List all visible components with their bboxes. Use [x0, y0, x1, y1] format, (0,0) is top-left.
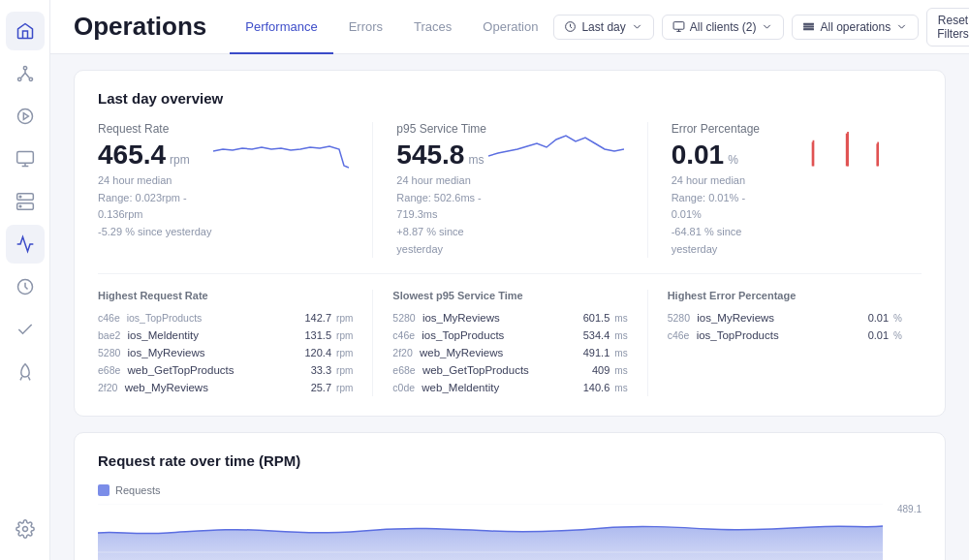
request-rate-median: 24 hour median — [98, 172, 213, 190]
sidebar-item-server[interactable] — [6, 182, 45, 221]
legend-label: Requests — [115, 484, 160, 496]
sidebar-item-nodes[interactable] — [6, 54, 45, 93]
table-row: 2f20 web_MyReviews 25.7 rpm — [98, 379, 353, 396]
table-row: 5280 ios_MyReviews 601.5 ms — [392, 309, 627, 327]
sidebar-item-play[interactable] — [6, 97, 45, 136]
error-pct-value: 0.01 — [672, 140, 725, 171]
list-icon — [802, 20, 815, 33]
y-label-top: 489.1 — [897, 504, 922, 514]
sidebar-item-check[interactable] — [6, 310, 45, 349]
table-row: bae2 ios_Meldentity 131.5 rpm — [98, 327, 353, 344]
header: Operations Performance Errors Traces Ope… — [50, 0, 969, 54]
sidebar-item-rocket[interactable] — [6, 353, 45, 391]
tabs-nav: Performance Errors Traces Operation — [230, 0, 553, 53]
legend-color-box — [98, 484, 109, 496]
svg-point-0 — [23, 67, 26, 70]
request-rate-section: Request Rate 465.4 rpm 24 hour median Ra… — [98, 122, 372, 258]
sidebar-item-home[interactable] — [6, 12, 45, 50]
request-rate-value: 465.4 — [98, 140, 166, 171]
clients-filter-button[interactable]: All clients (2) — [662, 15, 785, 40]
highest-error-pct-table: Highest Error Percentage 5280 ios_MyRevi… — [647, 290, 922, 396]
svg-rect-13 — [673, 22, 684, 30]
header-filters: Last day All clients (2) All operations … — [553, 0, 969, 53]
svg-marker-4 — [23, 113, 28, 120]
rpm-chart-svg — [98, 504, 883, 560]
table-row: 5280 ios_MyReviews 0.01 % — [668, 309, 902, 327]
error-pct-section: Error Percentage 0.01 % 24 hour median R… — [647, 122, 922, 258]
svg-rect-5 — [16, 152, 33, 164]
request-rate-unit: rpm — [170, 153, 190, 167]
error-pct-unit: % — [728, 153, 738, 167]
tab-operation[interactable]: Operation — [467, 0, 553, 54]
error-pct-since: -64.81 % since yesterday — [672, 224, 778, 258]
svg-point-8 — [19, 196, 21, 198]
clients-filter-label: All clients (2) — [690, 20, 757, 34]
service-time-range: Range: 502.6ms - 719.3ms — [396, 190, 487, 224]
tab-performance[interactable]: Performance — [230, 0, 332, 54]
sidebar-item-monitor[interactable] — [6, 140, 45, 178]
rpm-chart-title: Request rate over time (RPM) — [98, 452, 922, 469]
operations-filter-label: All operations — [820, 20, 891, 34]
slowest-service-time-table: Slowest p95 Service Time 5280 ios_MyRevi… — [372, 290, 646, 396]
operations-filter-button[interactable]: All operations — [792, 15, 919, 40]
rpm-chart-area: 489.1 244.5 — [98, 504, 922, 560]
error-pct-sparkline — [778, 122, 899, 171]
sidebar-item-clock[interactable] — [6, 267, 45, 306]
request-rate-sparkline — [213, 122, 349, 171]
time-filter-button[interactable]: Last day — [553, 15, 653, 40]
table-row: e68e web_GetTopProducts 33.3 rpm — [98, 361, 353, 379]
request-rate-label: Request Rate — [98, 122, 213, 136]
error-pct-range: Range: 0.01% - 0.01% — [672, 190, 778, 224]
slowest-service-time-title: Slowest p95 Service Time — [392, 290, 627, 301]
clock-icon — [564, 20, 577, 33]
monitor-icon — [672, 20, 685, 33]
svg-point-1 — [17, 78, 20, 80]
overview-metrics: Request Rate 465.4 rpm 24 hour median Ra… — [98, 122, 922, 274]
svg-rect-16 — [804, 29, 814, 30]
service-time-unit: ms — [468, 153, 484, 167]
row-value: 142.7 rpm — [305, 312, 354, 324]
content-area: Last day overview Request Rate 465.4 rpm… — [50, 54, 969, 560]
error-pct-median: 24 hour median — [672, 172, 778, 190]
table-row: c0de web_Meldentity 140.6 ms — [392, 379, 627, 396]
table-row: e68e web_GetTopProducts 409 ms — [392, 361, 627, 379]
table-row: 5280 ios_MyReviews 120.4 rpm — [98, 344, 353, 361]
request-rate-range: Range: 0.023rpm - 0.136rpm — [98, 190, 213, 224]
reset-filters-button[interactable]: Reset Filters — [926, 8, 969, 47]
chevron-down-icon-2 — [761, 20, 773, 33]
svg-point-2 — [29, 78, 32, 80]
service-time-sparkline — [488, 122, 624, 171]
tab-traces[interactable]: Traces — [398, 0, 467, 54]
overview-title: Last day overview — [98, 90, 922, 107]
overview-card: Last day overview Request Rate 465.4 rpm… — [74, 70, 946, 417]
highest-error-pct-title: Highest Error Percentage — [668, 290, 902, 301]
table-row: 2f20 web_MyReviews 491.1 ms — [392, 344, 627, 361]
table-row: c46e ios_TopProducts 142.7 rpm — [98, 309, 353, 327]
svg-point-3 — [17, 109, 32, 124]
service-time-since: +8.87 % since yesterday — [396, 224, 487, 258]
table-row: c46e ios_TopProducts 534.4 ms — [392, 327, 627, 344]
service-time-section: p95 Service Time 545.8 ms 24 hour median… — [372, 122, 646, 258]
row-name: ios_TopProducts — [124, 312, 203, 324]
table-row: c46e ios_TopProducts 0.01 % — [668, 327, 902, 344]
rpm-chart-card: Request rate over time (RPM) Requests — [74, 432, 946, 560]
svg-rect-14 — [804, 23, 814, 24]
svg-point-9 — [19, 205, 21, 207]
sidebar-item-settings[interactable] — [6, 510, 45, 548]
svg-rect-15 — [804, 26, 814, 27]
highest-request-rate-table: Highest Request Rate c46e ios_TopProduct… — [98, 290, 372, 396]
service-time-label: p95 Service Time — [396, 122, 487, 136]
tab-errors[interactable]: Errors — [333, 0, 398, 54]
rpm-chart-svg-wrap — [98, 504, 883, 560]
error-pct-label: Error Percentage — [672, 122, 778, 136]
rpm-chart-legend: Requests — [98, 484, 922, 496]
sidebar-item-activity[interactable] — [6, 225, 45, 264]
time-filter-label: Last day — [581, 20, 625, 34]
service-time-value: 545.8 — [396, 140, 464, 171]
chevron-down-icon — [631, 20, 643, 33]
overview-tables: Highest Request Rate c46e ios_TopProduct… — [98, 290, 922, 396]
main-content: Operations Performance Errors Traces Ope… — [50, 0, 969, 560]
row-id: c46e — [98, 312, 120, 324]
svg-point-11 — [22, 527, 27, 532]
service-time-median: 24 hour median — [396, 172, 487, 190]
